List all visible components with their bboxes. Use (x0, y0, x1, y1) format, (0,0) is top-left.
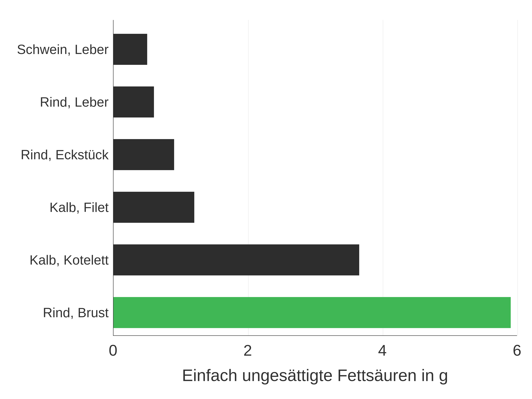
bar-kalb-kotelett (114, 244, 359, 275)
x-tick-label: 2 (237, 341, 259, 359)
x-axis-label: Einfach ungesättigte Fettsäuren in g (113, 366, 517, 385)
y-tick-label: Rind, Leber (2, 95, 109, 109)
y-tick-label: Kalb, Kotelett (2, 253, 109, 267)
gridline (248, 20, 248, 335)
chart-container: Schwein, Leber Rind, Leber Rind, Eckstüc… (0, 0, 532, 399)
y-tick-label: Rind, Brust (2, 305, 109, 320)
gridline (518, 20, 518, 335)
x-tick-label: 4 (371, 341, 393, 359)
bar-rind-brust (114, 297, 511, 328)
y-tick-label: Schwein, Leber (2, 42, 109, 57)
y-tick-label: Kalb, Filet (2, 200, 109, 215)
bar-kalb-filet (114, 192, 194, 223)
x-tick-label: 0 (102, 341, 124, 359)
bar-schwein-leber (114, 34, 147, 65)
plot-area (113, 20, 517, 336)
gridline (383, 20, 383, 335)
bar-rind-eckstueck (114, 139, 174, 170)
y-tick-label: Rind, Eckstück (2, 147, 109, 162)
bar-rind-leber (114, 86, 154, 117)
x-tick-label: 6 (506, 341, 528, 359)
